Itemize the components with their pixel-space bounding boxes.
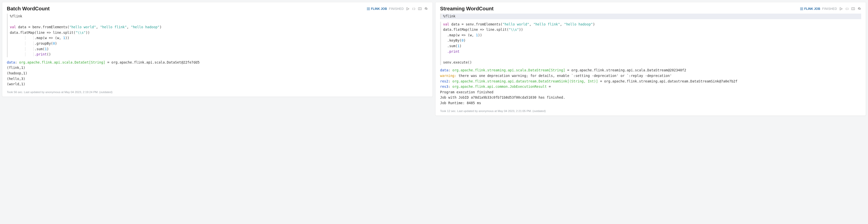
bars-icon [800,7,803,10]
settings-button[interactable] [424,7,428,11]
cell-title: Streaming WordCount [440,6,800,11]
collapse-icon [845,7,848,10]
code-editor[interactable]: %flink [440,13,861,19]
interpreter-directive: %flink [443,14,456,18]
book-icon [851,7,855,10]
bars-icon [367,7,370,10]
book-button[interactable] [418,7,422,11]
collapse-icon [412,7,415,10]
interpreter-directive: %flink [10,14,22,18]
collapse-button[interactable] [845,7,849,11]
run-button[interactable] [406,7,410,11]
cell-toolbar: FLINK JOB FINISHED [367,7,428,11]
status-label: FINISHED [822,7,837,10]
gear-icon [858,7,861,10]
play-icon [839,7,842,10]
batch-cell: Batch WordCount FLINK JOB FINISHED [2,2,433,97]
flink-job-link[interactable]: FLINK JOB [367,7,387,10]
collapse-button[interactable] [412,7,416,11]
book-icon [418,7,422,10]
status-label: FINISHED [389,7,404,10]
cell-footer: Took 12 sec. Last updated by anonymous a… [440,108,861,113]
cell-title: Batch WordCount [7,6,367,11]
output-row: (flink,1) [7,66,25,70]
flink-job-label: FLINK JOB [371,7,387,10]
book-button[interactable] [851,7,855,11]
code-editor[interactable]: val data = senv.fromElements("hello worl… [440,22,861,65]
cell-footer: Took 56 sec. Last updated by anonymous a… [7,90,428,94]
settings-button[interactable] [857,7,861,11]
streaming-cell: Streaming WordCount FLINK JOB FINISHED [435,2,866,116]
cell-header: Streaming WordCount FLINK JOB FINISHED [440,6,861,11]
code-editor[interactable]: %flink val data = benv.fromElements("hel… [7,13,428,57]
output-panel: data: org.apache.flink.streaming.api.sca… [440,68,861,106]
cell-toolbar: FLINK JOB FINISHED [800,7,861,11]
output-panel: data: org.apache.flink.api.scala.DataSet… [7,60,428,87]
output-row: (hello,3) [7,77,25,81]
output-row: (hadoop,1) [7,71,27,75]
flink-job-label: FLINK JOB [804,7,820,10]
play-icon [406,7,409,10]
cell-header: Batch WordCount FLINK JOB FINISHED [7,6,428,11]
run-button[interactable] [839,7,843,11]
gear-icon [425,7,428,10]
flink-job-link[interactable]: FLINK JOB [800,7,820,10]
output-row: (world,1) [7,82,25,86]
